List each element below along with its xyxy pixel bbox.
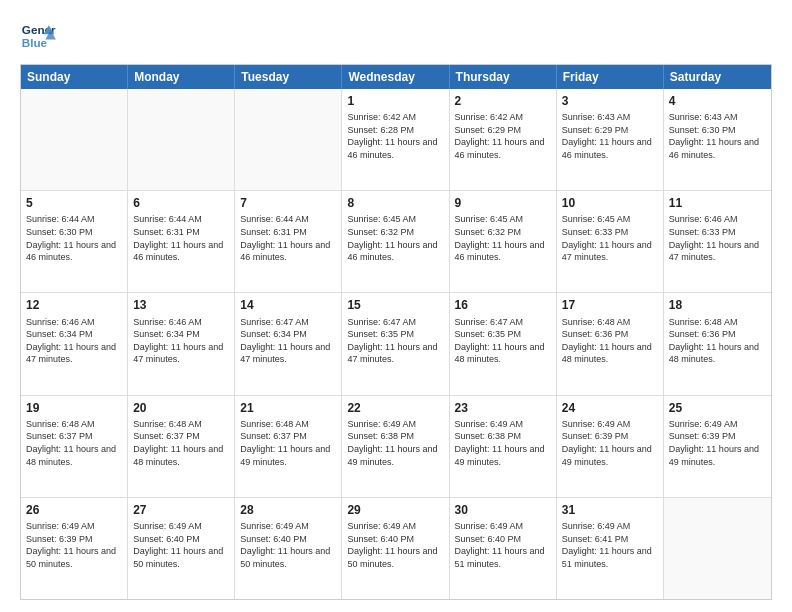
calendar-day-7: 7Sunrise: 6:44 AM Sunset: 6:31 PM Daylig… — [235, 191, 342, 292]
calendar-day-23: 23Sunrise: 6:49 AM Sunset: 6:38 PM Dayli… — [450, 396, 557, 497]
day-number: 19 — [26, 400, 122, 416]
day-number: 12 — [26, 297, 122, 313]
calendar-day-11: 11Sunrise: 6:46 AM Sunset: 6:33 PM Dayli… — [664, 191, 771, 292]
day-info: Sunrise: 6:44 AM Sunset: 6:30 PM Dayligh… — [26, 213, 122, 263]
day-number: 31 — [562, 502, 658, 518]
day-number: 15 — [347, 297, 443, 313]
day-number: 11 — [669, 195, 766, 211]
day-info: Sunrise: 6:49 AM Sunset: 6:40 PM Dayligh… — [133, 520, 229, 570]
day-number: 23 — [455, 400, 551, 416]
day-info: Sunrise: 6:47 AM Sunset: 6:35 PM Dayligh… — [347, 316, 443, 366]
calendar-day-13: 13Sunrise: 6:46 AM Sunset: 6:34 PM Dayli… — [128, 293, 235, 394]
calendar-day-10: 10Sunrise: 6:45 AM Sunset: 6:33 PM Dayli… — [557, 191, 664, 292]
header-day: Thursday — [450, 65, 557, 89]
day-number: 28 — [240, 502, 336, 518]
calendar-row: 1Sunrise: 6:42 AM Sunset: 6:28 PM Daylig… — [21, 89, 771, 190]
day-info: Sunrise: 6:49 AM Sunset: 6:40 PM Dayligh… — [455, 520, 551, 570]
day-info: Sunrise: 6:48 AM Sunset: 6:36 PM Dayligh… — [669, 316, 766, 366]
calendar-header: SundayMondayTuesdayWednesdayThursdayFrid… — [21, 65, 771, 89]
calendar-day-1: 1Sunrise: 6:42 AM Sunset: 6:28 PM Daylig… — [342, 89, 449, 190]
calendar-row: 26Sunrise: 6:49 AM Sunset: 6:39 PM Dayli… — [21, 497, 771, 599]
calendar-day-3: 3Sunrise: 6:43 AM Sunset: 6:29 PM Daylig… — [557, 89, 664, 190]
calendar-row: 5Sunrise: 6:44 AM Sunset: 6:30 PM Daylig… — [21, 190, 771, 292]
calendar-day-5: 5Sunrise: 6:44 AM Sunset: 6:30 PM Daylig… — [21, 191, 128, 292]
calendar-day-26: 26Sunrise: 6:49 AM Sunset: 6:39 PM Dayli… — [21, 498, 128, 599]
day-number: 29 — [347, 502, 443, 518]
day-info: Sunrise: 6:48 AM Sunset: 6:37 PM Dayligh… — [240, 418, 336, 468]
calendar-day-24: 24Sunrise: 6:49 AM Sunset: 6:39 PM Dayli… — [557, 396, 664, 497]
calendar-day-25: 25Sunrise: 6:49 AM Sunset: 6:39 PM Dayli… — [664, 396, 771, 497]
header-day: Wednesday — [342, 65, 449, 89]
day-number: 21 — [240, 400, 336, 416]
header-day: Friday — [557, 65, 664, 89]
day-number: 25 — [669, 400, 766, 416]
header-day: Saturday — [664, 65, 771, 89]
calendar-day-21: 21Sunrise: 6:48 AM Sunset: 6:37 PM Dayli… — [235, 396, 342, 497]
calendar-day-16: 16Sunrise: 6:47 AM Sunset: 6:35 PM Dayli… — [450, 293, 557, 394]
day-number: 22 — [347, 400, 443, 416]
calendar-body: 1Sunrise: 6:42 AM Sunset: 6:28 PM Daylig… — [21, 89, 771, 599]
day-info: Sunrise: 6:45 AM Sunset: 6:32 PM Dayligh… — [455, 213, 551, 263]
day-number: 26 — [26, 502, 122, 518]
calendar-day-27: 27Sunrise: 6:49 AM Sunset: 6:40 PM Dayli… — [128, 498, 235, 599]
header-day: Monday — [128, 65, 235, 89]
day-number: 4 — [669, 93, 766, 109]
day-info: Sunrise: 6:49 AM Sunset: 6:39 PM Dayligh… — [26, 520, 122, 570]
day-info: Sunrise: 6:47 AM Sunset: 6:35 PM Dayligh… — [455, 316, 551, 366]
day-info: Sunrise: 6:43 AM Sunset: 6:30 PM Dayligh… — [669, 111, 766, 161]
header: General Blue — [20, 18, 772, 54]
calendar-day-14: 14Sunrise: 6:47 AM Sunset: 6:34 PM Dayli… — [235, 293, 342, 394]
day-number: 27 — [133, 502, 229, 518]
svg-text:Blue: Blue — [22, 36, 48, 49]
day-number: 14 — [240, 297, 336, 313]
day-number: 18 — [669, 297, 766, 313]
day-number: 9 — [455, 195, 551, 211]
header-day: Tuesday — [235, 65, 342, 89]
day-number: 20 — [133, 400, 229, 416]
day-info: Sunrise: 6:48 AM Sunset: 6:36 PM Dayligh… — [562, 316, 658, 366]
calendar-row: 12Sunrise: 6:46 AM Sunset: 6:34 PM Dayli… — [21, 292, 771, 394]
calendar-day-4: 4Sunrise: 6:43 AM Sunset: 6:30 PM Daylig… — [664, 89, 771, 190]
day-info: Sunrise: 6:44 AM Sunset: 6:31 PM Dayligh… — [133, 213, 229, 263]
calendar-day-9: 9Sunrise: 6:45 AM Sunset: 6:32 PM Daylig… — [450, 191, 557, 292]
day-info: Sunrise: 6:42 AM Sunset: 6:28 PM Dayligh… — [347, 111, 443, 161]
day-info: Sunrise: 6:49 AM Sunset: 6:39 PM Dayligh… — [669, 418, 766, 468]
day-number: 7 — [240, 195, 336, 211]
header-day: Sunday — [21, 65, 128, 89]
calendar-day-22: 22Sunrise: 6:49 AM Sunset: 6:38 PM Dayli… — [342, 396, 449, 497]
day-number: 16 — [455, 297, 551, 313]
calendar-day-31: 31Sunrise: 6:49 AM Sunset: 6:41 PM Dayli… — [557, 498, 664, 599]
calendar-day-30: 30Sunrise: 6:49 AM Sunset: 6:40 PM Dayli… — [450, 498, 557, 599]
day-number: 6 — [133, 195, 229, 211]
day-info: Sunrise: 6:46 AM Sunset: 6:34 PM Dayligh… — [133, 316, 229, 366]
calendar-day-20: 20Sunrise: 6:48 AM Sunset: 6:37 PM Dayli… — [128, 396, 235, 497]
day-info: Sunrise: 6:49 AM Sunset: 6:40 PM Dayligh… — [240, 520, 336, 570]
day-info: Sunrise: 6:44 AM Sunset: 6:31 PM Dayligh… — [240, 213, 336, 263]
day-info: Sunrise: 6:46 AM Sunset: 6:34 PM Dayligh… — [26, 316, 122, 366]
day-info: Sunrise: 6:45 AM Sunset: 6:33 PM Dayligh… — [562, 213, 658, 263]
day-number: 10 — [562, 195, 658, 211]
calendar-day-2: 2Sunrise: 6:42 AM Sunset: 6:29 PM Daylig… — [450, 89, 557, 190]
day-info: Sunrise: 6:47 AM Sunset: 6:34 PM Dayligh… — [240, 316, 336, 366]
logo: General Blue — [20, 18, 60, 54]
day-number: 30 — [455, 502, 551, 518]
calendar-day-empty — [664, 498, 771, 599]
day-number: 24 — [562, 400, 658, 416]
calendar-day-8: 8Sunrise: 6:45 AM Sunset: 6:32 PM Daylig… — [342, 191, 449, 292]
day-number: 3 — [562, 93, 658, 109]
calendar-day-6: 6Sunrise: 6:44 AM Sunset: 6:31 PM Daylig… — [128, 191, 235, 292]
day-number: 5 — [26, 195, 122, 211]
day-number: 2 — [455, 93, 551, 109]
day-number: 13 — [133, 297, 229, 313]
calendar-day-empty — [235, 89, 342, 190]
day-info: Sunrise: 6:43 AM Sunset: 6:29 PM Dayligh… — [562, 111, 658, 161]
day-info: Sunrise: 6:42 AM Sunset: 6:29 PM Dayligh… — [455, 111, 551, 161]
calendar-day-18: 18Sunrise: 6:48 AM Sunset: 6:36 PM Dayli… — [664, 293, 771, 394]
day-number: 1 — [347, 93, 443, 109]
calendar-day-12: 12Sunrise: 6:46 AM Sunset: 6:34 PM Dayli… — [21, 293, 128, 394]
day-info: Sunrise: 6:48 AM Sunset: 6:37 PM Dayligh… — [133, 418, 229, 468]
day-info: Sunrise: 6:48 AM Sunset: 6:37 PM Dayligh… — [26, 418, 122, 468]
day-info: Sunrise: 6:49 AM Sunset: 6:40 PM Dayligh… — [347, 520, 443, 570]
day-info: Sunrise: 6:49 AM Sunset: 6:38 PM Dayligh… — [347, 418, 443, 468]
calendar-day-empty — [21, 89, 128, 190]
